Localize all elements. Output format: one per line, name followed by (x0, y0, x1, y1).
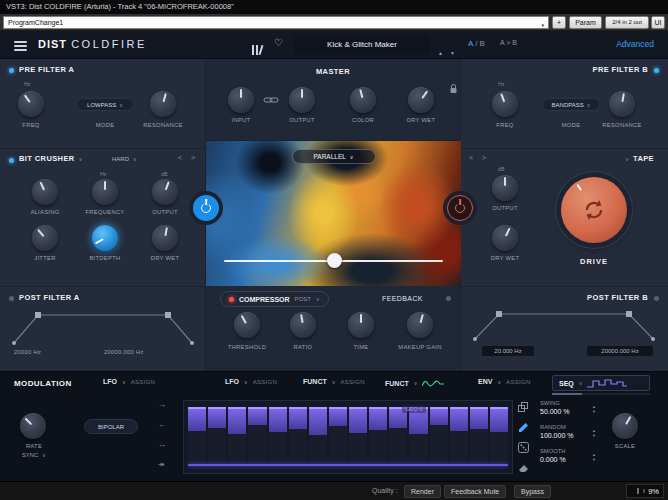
assign-button[interactable]: ASSIGN (340, 379, 364, 385)
sync-dropdown[interactable]: SYNC ∨ (22, 452, 46, 458)
mod-slot-lfo1[interactable]: LFO ∨ ASSIGN (103, 378, 155, 385)
seq-scrollbar[interactable] (552, 393, 650, 395)
stepper-icon[interactable]: ▲▼ (592, 404, 596, 414)
route-arrow-both-icon[interactable]: ↔ (158, 440, 166, 449)
filter-curve[interactable] (471, 309, 657, 343)
threshold-knob[interactable] (234, 312, 260, 338)
input-knob[interactable] (228, 87, 254, 113)
preset-library-icon[interactable] (252, 40, 264, 58)
filter-high-value[interactable]: 20000.000 Hz (586, 345, 654, 357)
filter-mode-dropdown[interactable]: BANDPASS ∨ (542, 98, 600, 111)
output-knob[interactable] (492, 175, 518, 201)
crush-mode-dropdown[interactable]: HARD ∨ (112, 156, 137, 162)
dry-wet-knob[interactable] (492, 225, 518, 251)
window-titlebar[interactable]: VST3: Dist COLDFIRE (Arturia) - Track 4 … (0, 0, 668, 14)
ab-toggle[interactable]: A / B (468, 39, 485, 48)
ui-toggle-button[interactable]: UI (651, 16, 665, 29)
resonance-knob[interactable] (609, 91, 635, 117)
a-to-b-button[interactable]: A > B (500, 39, 517, 46)
dry-wet-knob[interactable] (408, 87, 434, 113)
routing-mode-dropdown[interactable]: PARALLEL ∨ (292, 149, 376, 164)
link-icon[interactable] (263, 95, 279, 105)
mod-slot-funct2[interactable]: FUNCT ∨ (385, 378, 444, 388)
prev-effect-icon[interactable]: < (178, 154, 182, 161)
mod-slot-funct1[interactable]: FUNCT ∨ ASSIGN (303, 378, 365, 385)
random-control[interactable]: RANDOM 100.000 % ▲▼ (540, 424, 600, 442)
output-knob[interactable] (289, 87, 315, 113)
bit-crusher-led[interactable] (9, 158, 14, 163)
preset-name[interactable]: Kick & Glitch Maker (294, 36, 430, 53)
pre-filter-a-led[interactable] (9, 68, 14, 73)
color-knob[interactable] (350, 87, 376, 113)
next-effect-icon[interactable]: > (191, 154, 195, 161)
assign-button[interactable]: ASSIGN (253, 379, 277, 385)
preset-prev-icon[interactable]: ▲ (438, 41, 443, 59)
compressor-position-dropdown[interactable]: POST (295, 296, 311, 302)
mod-slot-lfo2[interactable]: LFO ∨ ASSIGN (225, 378, 277, 385)
mod-slot-env[interactable]: ENV ∨ ASSIGN (478, 378, 531, 385)
pre-filter-b-led[interactable] (654, 68, 659, 73)
assign-button[interactable]: ASSIGN (131, 379, 155, 385)
next-effect-icon[interactable]: > (482, 154, 486, 161)
filter-curve[interactable] (10, 309, 196, 347)
render-button[interactable]: Render (404, 485, 441, 498)
makeup-gain-knob[interactable] (407, 312, 433, 338)
tape-type-dropdown[interactable]: ∨ TAPE (625, 154, 654, 163)
frequency-knob[interactable] (92, 179, 118, 205)
prev-effect-icon[interactable]: < (469, 154, 473, 161)
preset-program-combo[interactable]: ProgramChange1 ▼ (3, 16, 549, 29)
feedback-mute-button[interactable]: Feedback Mute (444, 485, 506, 498)
rate-knob[interactable] (20, 413, 46, 439)
engine-a-power-button[interactable] (193, 195, 219, 221)
bit-crusher-type-dropdown[interactable]: BIT CRUSHER ∨ (19, 154, 82, 163)
dry-wet-knob[interactable] (152, 225, 178, 251)
stepper-icon[interactable]: ▲▼ (592, 452, 596, 462)
swing-control[interactable]: SWING 50.000 % ▲▼ (540, 400, 600, 418)
post-filter-b-led[interactable] (654, 296, 659, 301)
resonance-knob[interactable] (150, 91, 176, 117)
preset-next-icon[interactable]: ▼ (450, 41, 455, 59)
route-arrow-out-icon[interactable]: ↠ (158, 460, 165, 469)
add-preset-button[interactable]: + (552, 16, 566, 29)
jitter-knob[interactable] (32, 225, 58, 251)
route-arrow-left-icon[interactable]: ← (158, 420, 166, 429)
copy-icon[interactable] (518, 402, 529, 413)
assign-button[interactable]: ASSIGN (506, 379, 530, 385)
compressor-led[interactable] (229, 297, 234, 302)
drive-knob[interactable] (561, 177, 627, 243)
eraser-icon[interactable] (518, 462, 529, 473)
filter-low-value[interactable]: 20000 Hz (14, 349, 41, 355)
io-routing-button[interactable]: 2/4 in 2 out (605, 16, 649, 29)
bitdepth-knob[interactable] (92, 225, 118, 251)
freq-knob[interactable] (18, 91, 44, 117)
favorite-heart-icon[interactable]: ♡ (274, 37, 283, 48)
time-knob[interactable] (348, 312, 374, 338)
compressor-header[interactable]: COMPRESSOR POST ∨ (220, 291, 329, 307)
seq-steps[interactable] (188, 407, 508, 461)
step-sequencer[interactable]: SEQ 6 (183, 400, 513, 474)
freq-knob[interactable] (492, 91, 518, 117)
pencil-icon[interactable] (518, 422, 529, 433)
menu-icon[interactable] (14, 41, 27, 53)
filter-mode-dropdown[interactable]: LOWPASS ∨ (76, 98, 134, 111)
output-knob[interactable] (152, 179, 178, 205)
ratio-knob[interactable] (290, 312, 316, 338)
dice-icon[interactable] (518, 442, 529, 453)
bypass-button[interactable]: Bypass (514, 485, 551, 498)
scale-knob[interactable] (612, 413, 638, 439)
feedback-led[interactable] (446, 296, 451, 301)
param-button[interactable]: Param (569, 16, 602, 29)
filter-low-value[interactable]: 20.000 Hz (481, 345, 535, 357)
aliasing-knob[interactable] (32, 179, 58, 205)
mix-slider-handle[interactable] (327, 253, 342, 268)
mod-slot-seq-selected[interactable]: SEQ ∨ (552, 375, 650, 391)
filter-high-value[interactable]: 20000.000 Hz (104, 349, 144, 355)
route-arrow-right-icon[interactable]: → (158, 400, 166, 409)
bipolar-button[interactable]: BIPOLAR (84, 419, 138, 434)
post-filter-a-led[interactable] (9, 296, 14, 301)
advanced-button[interactable]: Advanced (616, 39, 654, 49)
smooth-control[interactable]: SMOOTH 0.000 % ▲▼ (540, 448, 600, 466)
cpu-meter[interactable]: 9% (626, 484, 664, 498)
lock-icon[interactable] (449, 83, 458, 94)
stepper-icon[interactable]: ▲▼ (592, 428, 596, 438)
